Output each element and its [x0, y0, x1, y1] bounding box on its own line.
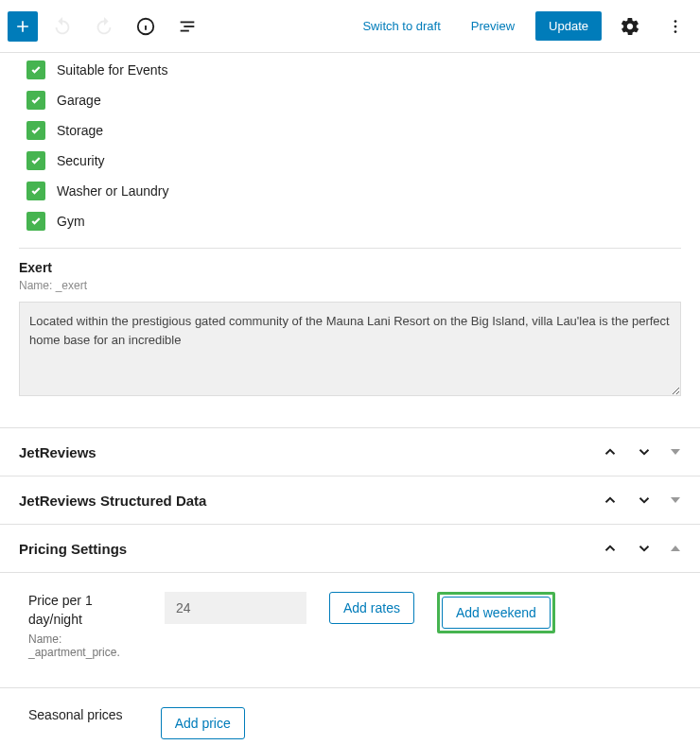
amenity-row: Security	[19, 151, 681, 170]
amenity-label: Garage	[57, 93, 101, 108]
checkbox-checked[interactable]	[26, 91, 45, 110]
checkbox-checked[interactable]	[26, 182, 45, 200]
undo-button[interactable]	[45, 9, 79, 43]
chevron-up-icon[interactable]	[602, 443, 619, 460]
seasonal-label: Seasonal prices	[28, 707, 123, 722]
amenity-row: Gym	[19, 212, 681, 231]
update-button[interactable]: Update	[535, 11, 602, 41]
settings-icon[interactable]	[613, 9, 647, 43]
panel-jetreviews-sd[interactable]: JetReviews Structured Data	[0, 476, 700, 525]
triangle-up-icon[interactable]	[670, 543, 681, 554]
triangle-down-icon[interactable]	[670, 494, 681, 506]
panel-controls	[602, 540, 681, 557]
chevron-down-icon[interactable]	[636, 443, 653, 460]
triangle-down-icon[interactable]	[670, 446, 681, 458]
outline-icon[interactable]	[170, 9, 204, 43]
svg-point-8	[674, 30, 677, 33]
amenity-label: Storage	[57, 123, 103, 138]
amenity-row: Suitable for Events	[19, 61, 681, 79]
panel-title: Pricing Settings	[19, 541, 127, 557]
toolbar-left	[8, 9, 204, 43]
checkbox-checked[interactable]	[26, 212, 45, 231]
price-label: Price per 1 day/night	[28, 592, 142, 629]
info-icon[interactable]	[129, 9, 163, 43]
amenity-row: Washer or Laundry	[19, 182, 681, 200]
toolbar-right: Switch to draft Preview Update	[353, 9, 692, 43]
seasonal-row: Seasonal prices Add price	[0, 688, 700, 745]
svg-point-7	[674, 25, 677, 27]
exert-field-name: Name: _exert	[19, 279, 681, 292]
add-block-button[interactable]	[8, 11, 38, 42]
panel-pricing[interactable]: Pricing Settings	[0, 525, 700, 573]
amenity-row: Storage	[19, 121, 681, 140]
switch-to-draft-button[interactable]: Switch to draft	[353, 13, 449, 39]
amenity-row: Garage	[19, 91, 681, 110]
redo-button[interactable]	[87, 9, 121, 43]
chevron-up-icon[interactable]	[602, 540, 619, 557]
add-rates-button[interactable]: Add rates	[329, 592, 414, 624]
chevron-up-icon[interactable]	[602, 492, 619, 509]
price-field-name: Name: _apartment_price.	[28, 632, 142, 659]
highlight-frame: Add weekend	[437, 592, 555, 633]
panel-title: JetReviews	[19, 444, 96, 460]
checkbox-checked[interactable]	[26, 121, 45, 140]
chevron-down-icon[interactable]	[636, 492, 653, 509]
checkbox-checked[interactable]	[26, 151, 45, 170]
content-area: Suitable for Events Garage Storage Secur…	[0, 53, 700, 399]
add-weekend-button[interactable]: Add weekend	[442, 597, 551, 629]
editor-toolbar: Switch to draft Preview Update	[0, 0, 700, 53]
amenity-label: Gym	[57, 214, 85, 229]
preview-button[interactable]: Preview	[462, 13, 524, 39]
amenity-label: Suitable for Events	[57, 62, 168, 78]
svg-point-6	[674, 20, 677, 23]
more-options-icon[interactable]	[658, 9, 692, 43]
amenity-label: Washer or Laundry	[57, 183, 169, 199]
price-label-block: Price per 1 day/night Name: _apartment_p…	[28, 592, 142, 659]
pricing-body: Price per 1 day/night Name: _apartment_p…	[0, 573, 700, 688]
checkbox-checked[interactable]	[26, 61, 45, 79]
exert-title: Exert	[19, 260, 681, 275]
panel-controls	[602, 443, 681, 460]
panel-controls	[602, 492, 681, 509]
amenity-label: Security	[57, 153, 105, 168]
panel-jetreviews[interactable]: JetReviews	[0, 427, 700, 476]
exert-textarea[interactable]	[19, 302, 681, 396]
add-price-button[interactable]: Add price	[161, 707, 245, 739]
price-input[interactable]	[165, 592, 306, 624]
chevron-down-icon[interactable]	[636, 540, 653, 557]
panel-title: JetReviews Structured Data	[19, 493, 206, 509]
